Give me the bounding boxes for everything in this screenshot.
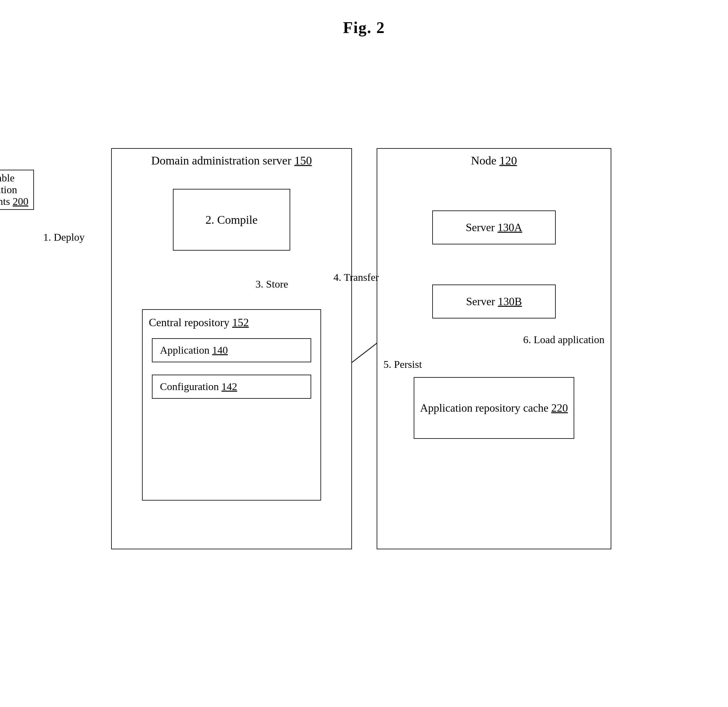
step4-label: 4. Transfer [334, 271, 379, 283]
server-130b-box: Server 130B [432, 284, 556, 319]
domain-admin-server-box: Domain administration server 150 2. Comp… [111, 148, 352, 549]
step5-label: 5. Persist [383, 359, 422, 370]
fig-title: Fig. 2 [0, 0, 728, 37]
app-cache-box: Application repository cache 220 [414, 377, 574, 439]
domain-box-label: Domain administration server 150 [112, 148, 351, 167]
assemble-components-box: Assemble application components 200 [0, 170, 34, 210]
configuration-box: Configuration 142 [152, 375, 311, 399]
step3-label: 3. Store [256, 278, 288, 290]
step6-label: 6. Load application [523, 334, 605, 346]
node-box-label: Node 120 [377, 148, 611, 167]
compile-box: 2. Compile [173, 189, 290, 251]
application-box: Application 140 [152, 338, 311, 362]
central-repo-label: Central repository 152 [143, 310, 321, 332]
server-130a-box: Server 130A [432, 211, 556, 244]
step1-label: 1. Deploy [43, 231, 85, 243]
central-repo-box: Central repository 152 Application 140 C… [142, 309, 321, 501]
node-box: Node 120 Server 130A Server 130B 5. Pers… [377, 148, 611, 549]
assemble-label: Assemble application components 200 [0, 172, 30, 207]
